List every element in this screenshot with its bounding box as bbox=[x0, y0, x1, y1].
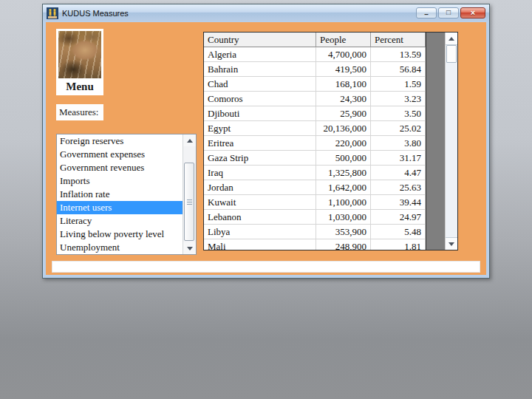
desktop-background: KUDUS Measures – □ × Menu Measures: bbox=[0, 0, 532, 399]
minimize-icon: – bbox=[424, 11, 429, 18]
measures-label: Measures: bbox=[56, 104, 103, 120]
table-cell-country: Iraq bbox=[204, 166, 316, 180]
title-bar[interactable]: KUDUS Measures – □ × bbox=[43, 4, 489, 21]
table-cell-percent: 31.17 bbox=[371, 151, 426, 166]
table-cell-people: 248,900 bbox=[316, 239, 371, 250]
arrow-up-icon bbox=[449, 37, 454, 41]
arrow-up-icon bbox=[187, 139, 193, 143]
table-row[interactable]: Gaza Strip500,00031.17 bbox=[204, 151, 426, 166]
list-item[interactable]: Literacy bbox=[57, 214, 183, 228]
listbox-scroll-down-button[interactable] bbox=[183, 242, 196, 254]
table-cell-country: Lebanon bbox=[204, 210, 316, 225]
arrow-down-icon bbox=[187, 247, 193, 250]
table-cell-people: 168,100 bbox=[316, 77, 371, 92]
grid-rows: Algeria4,700,00013.59Bahrain419,50056.84… bbox=[204, 47, 426, 250]
scrollbar-grip-icon bbox=[187, 200, 192, 205]
list-item[interactable]: Government expenses bbox=[57, 148, 183, 161]
table-cell-people: 1,030,000 bbox=[316, 210, 371, 225]
table-row[interactable]: Libya353,9005.48 bbox=[204, 225, 426, 239]
table-cell-percent: 3.80 bbox=[371, 136, 426, 151]
list-item[interactable]: Living below poverty level bbox=[57, 228, 183, 241]
table-cell-people: 20,136,000 bbox=[316, 121, 371, 136]
table-cell-percent: 3.23 bbox=[371, 92, 426, 106]
table-cell-country: Comoros bbox=[204, 92, 316, 106]
listbox-scroll-up-button[interactable] bbox=[183, 134, 196, 146]
table-cell-people: 1,642,000 bbox=[316, 180, 371, 195]
table-cell-country: Kuwait bbox=[204, 195, 316, 210]
table-cell-country: Mali bbox=[204, 239, 316, 250]
table-cell-people: 1,325,800 bbox=[316, 166, 371, 180]
arrow-down-icon bbox=[449, 242, 454, 246]
table-row[interactable]: Algeria4,700,00013.59 bbox=[204, 47, 426, 62]
list-item[interactable]: Internet users bbox=[57, 201, 183, 214]
table-cell-percent: 5.48 bbox=[371, 225, 426, 239]
menu-button-label: Menu bbox=[56, 78, 103, 95]
listbox-scrollbar-thumb[interactable] bbox=[184, 163, 194, 241]
column-header-people[interactable]: People bbox=[316, 33, 371, 47]
maximize-icon: □ bbox=[446, 9, 451, 16]
table-cell-percent: 4.47 bbox=[371, 166, 426, 180]
measures-listbox[interactable]: Foreign reservesGovernment expensesGover… bbox=[56, 134, 197, 255]
table-cell-country: Libya bbox=[204, 225, 316, 239]
table-cell-country: Djibouti bbox=[204, 106, 316, 121]
list-item[interactable]: Inflation rate bbox=[57, 188, 183, 201]
table-cell-percent: 56.84 bbox=[371, 62, 426, 77]
listbox-vertical-scrollbar[interactable] bbox=[183, 134, 196, 254]
table-cell-percent: 3.50 bbox=[371, 106, 426, 121]
table-cell-country: Gaza Strip bbox=[204, 151, 316, 166]
table-cell-percent: 13.59 bbox=[371, 47, 426, 62]
grid-filler-area bbox=[426, 33, 446, 250]
table-cell-percent: 1.59 bbox=[371, 77, 426, 92]
list-item[interactable]: Imports bbox=[57, 174, 183, 188]
table-cell-people: 1,100,000 bbox=[316, 195, 371, 210]
table-cell-country: Bahrain bbox=[204, 62, 316, 77]
status-textbox[interactable] bbox=[52, 261, 480, 273]
table-row[interactable]: Egypt20,136,00025.02 bbox=[204, 121, 426, 136]
kudu-photo bbox=[58, 31, 101, 78]
table-cell-people: 25,900 bbox=[316, 106, 371, 121]
table-row[interactable]: Kuwait1,100,00039.44 bbox=[204, 195, 426, 210]
kudus-app-icon bbox=[47, 7, 58, 19]
table-cell-people: 24,300 bbox=[316, 92, 371, 106]
table-cell-people: 419,500 bbox=[316, 62, 371, 77]
table-row[interactable]: Djibouti25,9003.50 bbox=[204, 106, 426, 121]
grid-vertical-scrollbar[interactable] bbox=[445, 33, 457, 250]
maximize-button[interactable]: □ bbox=[438, 7, 459, 18]
table-row[interactable]: Iraq1,325,8004.47 bbox=[204, 166, 426, 180]
table-cell-percent: 25.63 bbox=[371, 180, 426, 195]
column-header-country[interactable]: Country bbox=[204, 33, 316, 47]
grid-scroll-up-button[interactable] bbox=[446, 33, 457, 45]
grid-header-row: Country People Percent bbox=[204, 33, 426, 47]
table-cell-people: 500,000 bbox=[316, 151, 371, 166]
table-row[interactable]: Chad168,1001.59 bbox=[204, 77, 426, 92]
window-title: KUDUS Measures bbox=[62, 9, 129, 18]
grid-scrollbar-thumb[interactable] bbox=[446, 45, 457, 63]
table-row[interactable]: Lebanon1,030,00024.97 bbox=[204, 210, 426, 225]
table-cell-people: 4,700,000 bbox=[316, 47, 371, 62]
table-cell-percent: 25.02 bbox=[371, 121, 426, 136]
client-area: Menu Measures: Foreign reservesGovernmen… bbox=[46, 22, 486, 275]
close-icon: × bbox=[471, 9, 475, 16]
table-row[interactable]: Comoros24,3003.23 bbox=[204, 92, 426, 106]
country-data-grid: Country People Percent Algeria4,700,0001… bbox=[203, 32, 458, 250]
table-cell-country: Eritrea bbox=[204, 136, 316, 151]
menu-button[interactable]: Menu bbox=[56, 29, 103, 95]
close-button[interactable]: × bbox=[460, 7, 485, 18]
table-row[interactable]: Bahrain419,50056.84 bbox=[204, 62, 426, 77]
table-cell-percent: 39.44 bbox=[371, 195, 426, 210]
grid-scroll-down-button[interactable] bbox=[446, 237, 457, 250]
table-cell-people: 220,000 bbox=[316, 136, 371, 151]
minimize-button[interactable]: – bbox=[416, 7, 437, 18]
table-row[interactable]: Jordan1,642,00025.63 bbox=[204, 180, 426, 195]
measures-list-items: Foreign reservesGovernment expensesGover… bbox=[57, 134, 183, 254]
table-row[interactable]: Mali248,9001.81 bbox=[204, 239, 426, 250]
table-cell-country: Algeria bbox=[204, 47, 316, 62]
list-item[interactable]: Government revenues bbox=[57, 161, 183, 174]
table-row[interactable]: Eritrea220,0003.80 bbox=[204, 136, 426, 151]
table-cell-country: Egypt bbox=[204, 121, 316, 136]
list-item[interactable]: Foreign reserves bbox=[57, 134, 183, 148]
app-window: KUDUS Measures – □ × Menu Measures: bbox=[42, 4, 490, 279]
column-header-percent[interactable]: Percent bbox=[371, 33, 426, 47]
table-cell-percent: 24.97 bbox=[371, 210, 426, 225]
list-item[interactable]: Unemployment bbox=[57, 241, 183, 254]
